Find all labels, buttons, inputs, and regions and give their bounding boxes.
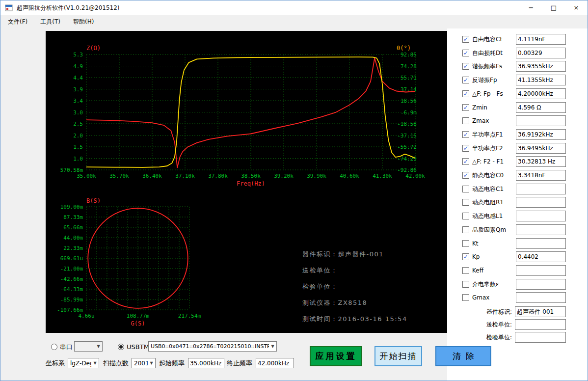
parameter-value-field[interactable] bbox=[516, 279, 566, 290]
parameter-label: 半功率点F1 bbox=[472, 129, 503, 140]
tick-label: 40.60k bbox=[340, 173, 359, 179]
parameter-checkbox-unchecked[interactable] bbox=[462, 240, 469, 247]
coord-system-combo[interactable]: lgZ-Deg ▼ bbox=[68, 358, 99, 368]
parameter-checkbox-unchecked[interactable] bbox=[462, 213, 469, 219]
parameter-label: 动态电容C1 bbox=[472, 184, 504, 194]
coord-system-label: 坐标系 bbox=[46, 360, 65, 367]
tick-label: 3.4 bbox=[73, 98, 83, 104]
impedance-axis-label: Z(Ω) bbox=[86, 45, 101, 52]
parameter-value-field[interactable] bbox=[516, 184, 566, 194]
parameter-row-4: ✓反谐振Fp bbox=[447, 75, 588, 85]
scan-points-combo[interactable]: 2001 ▼ bbox=[132, 358, 156, 368]
tick-label: 39.90k bbox=[307, 173, 326, 179]
parameter-value-field[interactable] bbox=[516, 61, 566, 72]
parameter-value-field[interactable] bbox=[516, 197, 566, 208]
parameter-value-field[interactable] bbox=[516, 238, 566, 249]
parameter-checkbox-checked[interactable]: ✓ bbox=[462, 50, 469, 56]
menu-file[interactable]: 文件(F) bbox=[1, 15, 34, 28]
parameter-value-field[interactable] bbox=[516, 48, 566, 58]
start-frequency-input[interactable] bbox=[188, 358, 224, 368]
tick-label: -6.9m bbox=[401, 109, 417, 116]
parameter-value-field[interactable] bbox=[516, 251, 566, 262]
tick-label: 4.4 bbox=[73, 75, 83, 81]
parameter-value-field[interactable] bbox=[516, 211, 566, 221]
tick-label: -37.15 bbox=[397, 133, 417, 139]
tick-label: 55.71 bbox=[401, 75, 417, 81]
close-button[interactable]: × bbox=[565, 0, 588, 15]
parameter-checkbox-checked[interactable]: ✓ bbox=[462, 77, 469, 83]
parameter-value-field[interactable] bbox=[516, 143, 566, 154]
parameter-value-field[interactable] bbox=[516, 34, 566, 45]
parameter-label: 自由损耗Dt bbox=[472, 48, 503, 58]
apply-settings-button[interactable]: 应用设置 bbox=[310, 346, 362, 366]
parameter-checkbox-checked[interactable]: ✓ bbox=[462, 131, 469, 138]
scan-points-label: 扫描点数 bbox=[103, 360, 129, 367]
parameter-checkbox-checked[interactable]: ✓ bbox=[462, 253, 469, 260]
menu-tools[interactable]: 工具(T) bbox=[34, 15, 67, 28]
parameter-row-9: ✓半功率点F2 bbox=[447, 143, 588, 154]
submit-unit-input[interactable] bbox=[515, 319, 566, 330]
parameter-value-field[interactable] bbox=[516, 115, 566, 126]
parameter-row-11: ✓静态电容C0 bbox=[447, 170, 588, 181]
parameter-checkbox-checked[interactable]: ✓ bbox=[462, 104, 469, 111]
tick-label: 3.9 bbox=[73, 86, 83, 93]
tick-label: 18.56 bbox=[401, 98, 417, 104]
parameter-checkbox-unchecked[interactable] bbox=[462, 117, 469, 124]
app-icon bbox=[5, 4, 13, 12]
app-window: 超声阻抗分析软件(V1.0.21@201512) − □ × 文件(F) 工具(… bbox=[0, 0, 588, 381]
parameter-value-field[interactable] bbox=[516, 156, 566, 167]
annotation-test-time: 测试时间：2016-03-16 15:54 bbox=[302, 311, 407, 327]
minimize-button[interactable]: − bbox=[520, 0, 542, 15]
device-id-input[interactable] bbox=[515, 306, 566, 317]
tick-label: 1.5 bbox=[73, 144, 83, 150]
parameter-value-field[interactable] bbox=[516, 224, 566, 235]
usbtmc-radio[interactable] bbox=[118, 344, 124, 350]
usb-address-combo[interactable]: USB0::0x0471::0x2786::T020215010::INSTR … bbox=[148, 341, 277, 352]
tick-label: 37.80k bbox=[208, 173, 228, 179]
start-scan-button[interactable]: 开始扫描 bbox=[374, 346, 422, 366]
parameter-checkbox-unchecked[interactable] bbox=[462, 267, 469, 274]
parameter-checkbox-unchecked[interactable] bbox=[462, 281, 469, 288]
conductance-axis-label: G(S) bbox=[131, 320, 145, 327]
parameter-value-field[interactable] bbox=[516, 88, 566, 99]
window-controls: − □ × bbox=[520, 0, 588, 15]
parameter-checkbox-unchecked[interactable] bbox=[462, 226, 469, 233]
parameter-checkbox-checked[interactable]: ✓ bbox=[462, 90, 469, 97]
clear-button[interactable]: 清除 bbox=[435, 346, 491, 366]
parameter-checkbox-unchecked[interactable] bbox=[462, 199, 469, 206]
tick-label: 36.40k bbox=[142, 173, 162, 179]
parameter-checkbox-checked[interactable]: ✓ bbox=[462, 158, 469, 165]
parameter-value-field[interactable] bbox=[516, 265, 566, 276]
parameter-row-7: Zmax bbox=[447, 115, 588, 126]
inspect-unit-input[interactable] bbox=[515, 332, 566, 343]
inspect-unit-label: 检验单位: bbox=[455, 332, 512, 343]
parameter-value-field[interactable] bbox=[516, 292, 566, 303]
chevron-down-icon: ▼ bbox=[91, 361, 99, 365]
parameter-checkbox-checked[interactable]: ✓ bbox=[462, 36, 469, 43]
parameter-checkbox-checked[interactable]: ✓ bbox=[462, 145, 469, 152]
stop-frequency-input[interactable] bbox=[256, 358, 294, 368]
parameter-checkbox-checked[interactable]: ✓ bbox=[462, 172, 469, 179]
parameter-value-field[interactable] bbox=[516, 102, 566, 113]
menu-help[interactable]: 帮助(H) bbox=[67, 15, 100, 28]
parameter-checkbox-checked[interactable]: ✓ bbox=[462, 63, 469, 70]
parameter-label: 反谐振Fp bbox=[472, 75, 497, 85]
parameter-checkbox-unchecked[interactable] bbox=[462, 294, 469, 301]
parameter-value-field[interactable] bbox=[516, 170, 566, 181]
parameter-checkbox-unchecked[interactable] bbox=[462, 186, 469, 192]
parameter-value-field[interactable] bbox=[516, 75, 566, 85]
annotation-device-id: 器件标识：超声器件-001 bbox=[302, 246, 407, 262]
maximize-button[interactable]: □ bbox=[542, 0, 565, 15]
tick-label: 42.00k bbox=[405, 173, 425, 179]
annotation-submit-unit: 送检单位： bbox=[302, 262, 407, 278]
chart-annotations: 器件标识：超声器件-001 送检单位： 检验单位： 测试仪器：ZX8518 测试… bbox=[302, 246, 407, 327]
device-id-label: 器件标识: bbox=[455, 306, 512, 317]
parameter-value-field[interactable] bbox=[516, 129, 566, 140]
parameter-label: 自由电容Ct bbox=[472, 34, 502, 45]
tick-label: 65.66m bbox=[63, 224, 83, 231]
parameter-row-3: ✓谐振频率Fs bbox=[447, 61, 588, 72]
tick-label: 217.54m bbox=[178, 313, 201, 319]
window-title: 超声阻抗分析软件(V1.0.21@201512) bbox=[17, 0, 120, 15]
serial-port-combo[interactable]: ▼ bbox=[74, 341, 103, 352]
serial-radio[interactable] bbox=[51, 344, 57, 350]
